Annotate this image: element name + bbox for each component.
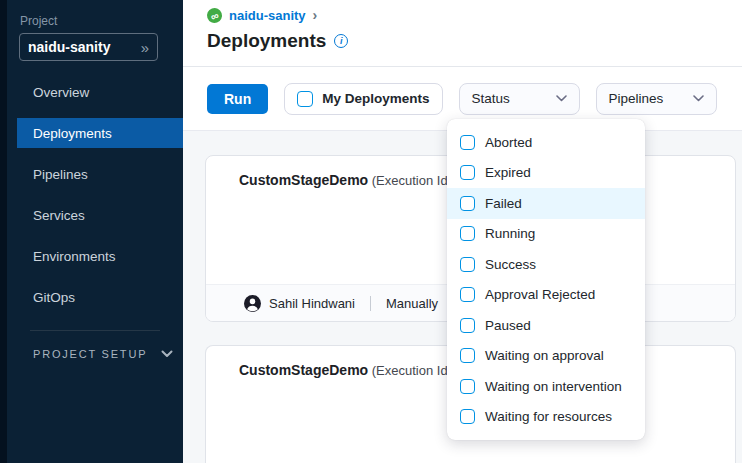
sidebar: Project naidu-sanity » Overview Deployme… xyxy=(0,0,183,463)
status-option-label: Aborted xyxy=(485,135,532,150)
breadcrumb: ∞ naidu-sanity › xyxy=(207,8,317,23)
status-option-label: Paused xyxy=(485,318,531,333)
double-chevron-icon[interactable]: » xyxy=(141,40,149,55)
status-filter-dropdown[interactable]: Status xyxy=(459,83,580,115)
triggered-by-user: Sahil Hindwani xyxy=(269,296,355,311)
sidebar-nav: Overview Deployments Pipelines Services … xyxy=(0,77,183,323)
sidebar-item-deployments[interactable]: Deployments xyxy=(17,118,183,148)
pipeline-name[interactable]: CustomStageDemo xyxy=(239,362,368,378)
status-option-label: Failed xyxy=(485,196,522,211)
user-avatar-icon xyxy=(244,295,261,312)
status-option-approval-rejected[interactable]: Approval Rejected xyxy=(447,280,645,311)
chevron-down-icon xyxy=(693,95,704,102)
page-title-row: Deployments i xyxy=(207,30,348,52)
checkbox[interactable] xyxy=(460,257,475,272)
sidebar-item-overview[interactable]: Overview xyxy=(17,77,183,107)
pipeline-name[interactable]: CustomStageDemo xyxy=(239,172,368,188)
status-option-waiting-on-intervention[interactable]: Waiting on intervention xyxy=(447,371,645,402)
checkbox[interactable] xyxy=(460,379,475,394)
execution-id-text: (Execution Id xyxy=(368,363,448,378)
project-setup-toggle[interactable]: PROJECT SETUP xyxy=(33,348,173,360)
app-screen: Project naidu-sanity » Overview Deployme… xyxy=(0,0,742,463)
footer-separator xyxy=(370,296,371,311)
status-option-label: Running xyxy=(485,226,535,241)
checkbox[interactable] xyxy=(460,348,475,363)
chevron-down-icon xyxy=(556,95,567,102)
sidebar-item-pipelines[interactable]: Pipelines xyxy=(17,159,183,189)
status-option-expired[interactable]: Expired xyxy=(447,158,645,189)
status-option-label: Waiting on intervention xyxy=(485,379,622,394)
status-option-label: Waiting on approval xyxy=(485,348,604,363)
status-option-failed[interactable]: Failed xyxy=(447,188,645,219)
info-icon[interactable]: i xyxy=(334,34,348,48)
my-deployments-checkbox[interactable] xyxy=(297,91,313,107)
checkbox[interactable] xyxy=(460,409,475,424)
cd-module-icon: ∞ xyxy=(205,6,224,25)
page-title: Deployments xyxy=(207,30,326,52)
status-option-waiting-for-resources[interactable]: Waiting for resources xyxy=(447,402,645,433)
breadcrumb-project-link[interactable]: naidu-sanity xyxy=(229,8,306,23)
run-button[interactable]: Run xyxy=(207,84,268,114)
status-option-label: Waiting for resources xyxy=(485,409,612,424)
my-deployments-toggle[interactable]: My Deployments xyxy=(284,83,442,115)
status-option-waiting-on-approval[interactable]: Waiting on approval xyxy=(447,341,645,372)
checkbox[interactable] xyxy=(460,196,475,211)
checkbox[interactable] xyxy=(460,318,475,333)
project-name: naidu-sanity xyxy=(28,39,141,55)
chevron-down-icon xyxy=(161,350,173,358)
checkbox[interactable] xyxy=(460,287,475,302)
status-option-paused[interactable]: Paused xyxy=(447,310,645,341)
checkbox[interactable] xyxy=(460,226,475,241)
status-option-success[interactable]: Success xyxy=(447,249,645,280)
checkbox[interactable] xyxy=(460,135,475,150)
project-label: Project xyxy=(20,14,57,28)
execution-id-text: (Execution Id xyxy=(368,173,448,188)
page-header: ∞ naidu-sanity › Deployments i xyxy=(183,0,742,67)
my-deployments-label: My Deployments xyxy=(322,91,429,106)
project-selector[interactable]: naidu-sanity » xyxy=(19,33,158,61)
sidebar-item-environments[interactable]: Environments xyxy=(17,241,183,271)
status-option-running[interactable]: Running xyxy=(447,219,645,250)
status-option-label: Success xyxy=(485,257,536,272)
status-option-aborted[interactable]: Aborted xyxy=(447,127,645,158)
pipelines-filter-label: Pipelines xyxy=(609,91,664,106)
sidebar-item-gitops[interactable]: GitOps xyxy=(17,282,183,312)
status-option-label: Expired xyxy=(485,165,531,180)
breadcrumb-chevron-icon: › xyxy=(313,7,318,23)
pipelines-filter-dropdown[interactable]: Pipelines xyxy=(596,83,717,115)
status-filter-label: Status xyxy=(472,91,510,106)
project-setup-label: PROJECT SETUP xyxy=(33,348,147,360)
trigger-type: Manually xyxy=(386,296,438,311)
sidebar-item-services[interactable]: Services xyxy=(17,200,183,230)
status-filter-menu: Aborted Expired Failed Running Success A… xyxy=(447,119,645,440)
status-option-label: Approval Rejected xyxy=(485,287,595,302)
sidebar-divider xyxy=(30,330,160,331)
checkbox[interactable] xyxy=(460,165,475,180)
